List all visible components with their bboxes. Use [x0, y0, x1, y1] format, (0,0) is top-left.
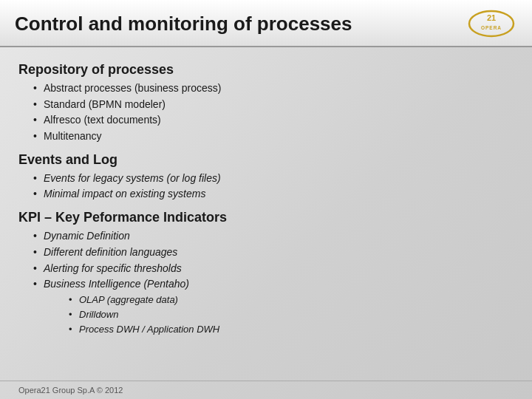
- section-kpi-title: KPI – Key Peformance Indicators: [18, 210, 514, 225]
- list-item: Abstract processes (business process): [33, 81, 514, 97]
- slide: Control and monitoring of processes 21 O…: [0, 0, 532, 399]
- events-list: Events for legacy systems (or log files)…: [18, 171, 514, 202]
- footer-text: Opera21 Group Sp.A © 2012: [18, 386, 123, 395]
- sub-list-item: Process DWH / Application DWH: [69, 322, 514, 337]
- section-events-title: Events and Log: [18, 152, 514, 168]
- repository-list: Abstract processes (business process) St…: [18, 81, 514, 145]
- logo-svg: 21 OPERA: [468, 10, 516, 38]
- list-item: Events for legacy systems (or log files): [33, 171, 514, 187]
- list-item: Alfresco (text documents): [33, 112, 514, 129]
- svg-text:OPERA: OPERA: [480, 25, 501, 30]
- kpi-list: Dynamic Definition Different definition …: [18, 228, 514, 337]
- logo: 21 OPERA: [466, 9, 517, 38]
- list-item: Minimal impact on existing systems: [33, 186, 514, 202]
- slide-footer: Opera21 Group Sp.A © 2012: [0, 381, 532, 399]
- section-kpi: KPI – Key Peformance Indicators Dynamic …: [18, 210, 514, 337]
- slide-title: Control and monitoring of processes: [15, 13, 352, 35]
- list-item-bi: Business Intelligence (Pentaho) OLAP (ag…: [33, 276, 514, 337]
- list-item-definition-languages: Different definition languages: [33, 245, 514, 261]
- slide-header: Control and monitoring of processes 21 O…: [0, 0, 532, 47]
- section-events: Events and Log Events for legacy systems…: [18, 152, 514, 202]
- slide-content: Repository of processes Abstract process…: [0, 47, 532, 349]
- list-item-dynamic-definition: Dynamic Definition: [33, 228, 514, 245]
- sub-list-item: Drilldown: [69, 307, 514, 322]
- list-item-alerting: Alerting for specific thresholds: [33, 261, 514, 277]
- list-item: Multitenancy: [33, 129, 514, 145]
- list-item: Standard (BPMN modeler): [33, 97, 514, 113]
- sub-list-item: OLAP (aggregate data): [69, 293, 514, 307]
- section-repository-title: Repository of processes: [18, 62, 514, 78]
- bi-sub-list: OLAP (aggregate data) Drilldown Process …: [44, 293, 514, 337]
- section-repository: Repository of processes Abstract process…: [18, 62, 514, 145]
- svg-text:21: 21: [486, 13, 495, 22]
